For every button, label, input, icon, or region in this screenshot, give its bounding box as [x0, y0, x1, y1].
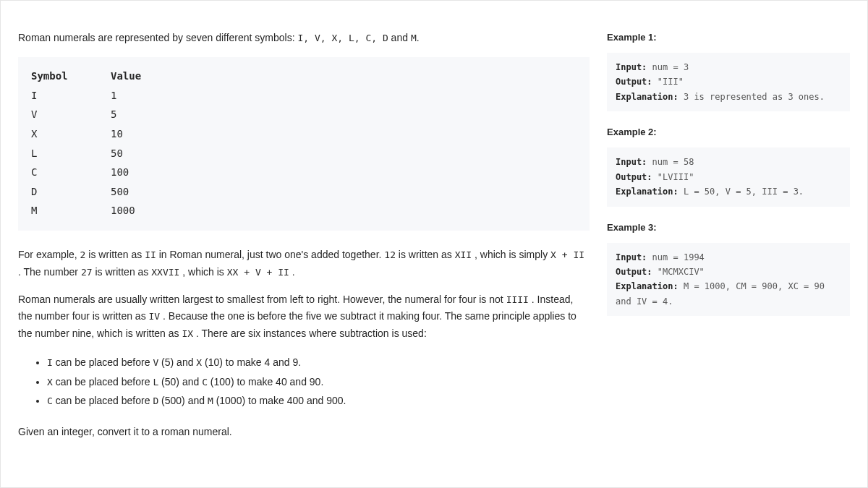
row-symbol: D	[31, 182, 111, 202]
examples-column: Example 1:Input: num = 3Output: "III"Exp…	[607, 30, 850, 473]
example-value: 3 is represented as 3 ones.	[678, 92, 825, 102]
intro-paragraph: Roman numerals are represented by seven …	[18, 30, 590, 47]
list-item: I can be placed before V (5) and X (10) …	[47, 353, 590, 372]
example-block: Input: num = 58Output: "LVIII"Explanatio…	[607, 147, 850, 206]
row-symbol: L	[31, 144, 111, 163]
row-value: 1000	[111, 201, 576, 221]
example-label: Output:	[616, 267, 652, 277]
example-title: Example 2:	[607, 124, 850, 140]
table-row: L50	[31, 144, 576, 163]
subtraction-paragraph: Roman numerals are usually written large…	[18, 291, 590, 343]
problem-page: Roman numerals are represented by seven …	[0, 0, 868, 488]
example-title: Example 1:	[607, 30, 850, 46]
example-label: Input:	[616, 157, 647, 167]
table-row: M1000	[31, 201, 576, 221]
table-row: V5	[31, 105, 576, 124]
row-symbol: X	[31, 124, 111, 144]
list-item: C can be placed before D (500) and M (10…	[47, 391, 590, 411]
example-value: L = 50, V = 5, III = 3.	[678, 187, 804, 197]
example-value: "LVIII"	[652, 172, 694, 182]
row-value: 50	[111, 144, 576, 163]
table-header: Symbol Value	[31, 70, 576, 82]
header-value: Value	[111, 70, 576, 82]
task-paragraph: Given an integer, convert it to a roman …	[18, 424, 590, 441]
example-title: Example 3:	[607, 220, 850, 236]
example-label: Explanation:	[616, 187, 678, 197]
intro-period: .	[417, 32, 420, 43]
table-row: I1	[31, 86, 576, 106]
row-value: 5	[111, 105, 576, 124]
example-label: Explanation:	[616, 92, 678, 102]
row-symbol: M	[31, 201, 111, 221]
symbol-table: Symbol Value I1V5X10L50C100D500M1000	[18, 57, 590, 231]
description-column: Roman numerals are represented by seven …	[18, 30, 590, 473]
table-row: D500	[31, 182, 576, 202]
example-value: "MCMXCIV"	[652, 267, 705, 277]
intro-last-symbol: M	[411, 33, 417, 43]
row-value: 100	[111, 163, 576, 182]
example-value: num = 1994	[647, 252, 704, 262]
rules-list: I can be placed before V (5) and X (10) …	[18, 353, 590, 411]
row-symbol: C	[31, 163, 111, 182]
header-symbol: Symbol	[31, 70, 111, 82]
example-label: Input:	[616, 252, 647, 262]
intro-symbols: I, V, X, L, C, D	[298, 33, 388, 43]
example-label: Output:	[616, 77, 652, 87]
example-label: Output:	[616, 172, 652, 182]
example-label: Explanation:	[616, 281, 678, 291]
example-paragraph: For example, 2 is written as II in Roman…	[18, 247, 590, 281]
row-symbol: V	[31, 105, 111, 124]
example-value: num = 58	[647, 157, 694, 167]
row-value: 10	[111, 124, 576, 144]
row-value: 1	[111, 86, 576, 106]
intro-text: Roman numerals are represented by seven …	[18, 32, 298, 43]
example-block: Input: num = 3Output: "III"Explanation: …	[607, 53, 850, 111]
table-row: C100	[31, 163, 576, 182]
example-value: "III"	[652, 77, 684, 87]
table-row: X10	[31, 124, 576, 144]
intro-and: and	[388, 32, 411, 43]
example-label: Input:	[616, 62, 647, 72]
example-value: num = 3	[647, 62, 689, 72]
list-item: X can be placed before L (50) and C (100…	[47, 372, 590, 392]
example-block: Input: num = 1994Output: "MCMXCIV"Explan…	[607, 243, 850, 317]
row-value: 500	[111, 182, 576, 202]
row-symbol: I	[31, 86, 111, 106]
